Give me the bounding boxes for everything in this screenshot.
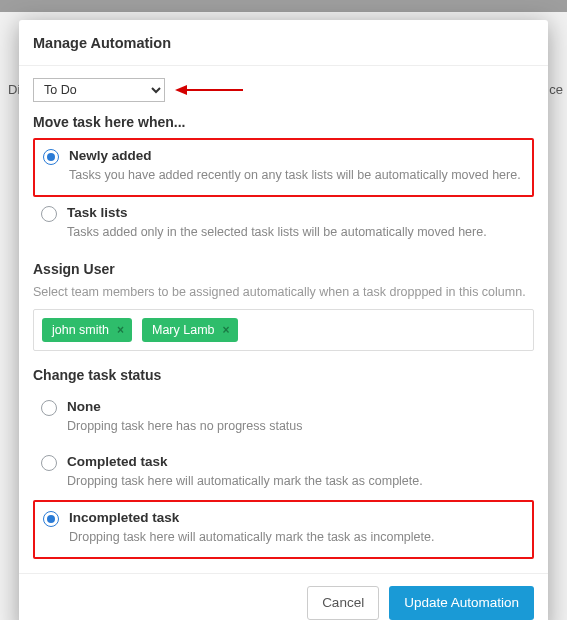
status-radio-0[interactable] <box>41 400 57 416</box>
assign-section-heading: Assign User <box>33 261 534 277</box>
status-radio-group: NoneDropping task here has no progress s… <box>33 391 534 559</box>
move-radio-0[interactable] <box>43 149 59 165</box>
move-desc-0: Tasks you have added recently on any tas… <box>69 167 524 185</box>
assign-tag-remove-1[interactable]: × <box>223 323 230 337</box>
status-label-2: Incompleted task <box>69 510 524 525</box>
move-option-1[interactable]: Task listsTasks added only in the select… <box>33 197 534 252</box>
move-label-0: Newly added <box>69 148 524 163</box>
modal-footer: Cancel Update Automation <box>19 573 548 621</box>
move-texts-0: Newly addedTasks you have added recently… <box>69 148 524 185</box>
manage-automation-modal: Manage Automation To Do Move task here w… <box>19 20 548 620</box>
status-radio-2[interactable] <box>43 511 59 527</box>
status-texts-1: Completed taskDropping task here will au… <box>67 454 526 491</box>
assign-tag-0: john smith× <box>42 318 132 342</box>
status-desc-1: Dropping task here will automatically ma… <box>67 473 526 491</box>
modal-body: To Do Move task here when... Newly added… <box>19 66 548 573</box>
update-automation-button[interactable]: Update Automation <box>389 586 534 620</box>
status-desc-2: Dropping task here will automatically ma… <box>69 529 524 547</box>
status-label-1: Completed task <box>67 454 526 469</box>
assign-user-input[interactable]: john smith×Mary Lamb× <box>33 309 534 351</box>
arrow-left-icon <box>175 83 245 97</box>
move-desc-1: Tasks added only in the selected task li… <box>67 224 526 242</box>
move-radio-group: Newly addedTasks you have added recently… <box>33 138 534 251</box>
status-label-0: None <box>67 399 526 414</box>
status-desc-0: Dropping task here has no progress statu… <box>67 418 526 436</box>
status-option-2[interactable]: Incompleted taskDropping task here will … <box>33 500 534 559</box>
svg-marker-1 <box>175 85 187 95</box>
move-texts-1: Task listsTasks added only in the select… <box>67 205 526 242</box>
assign-tag-label-1: Mary Lamb <box>152 323 215 337</box>
assign-tag-label-0: john smith <box>52 323 109 337</box>
cancel-button[interactable]: Cancel <box>307 586 379 620</box>
dropdown-row: To Do <box>33 78 534 102</box>
status-option-0[interactable]: NoneDropping task here has no progress s… <box>33 391 534 446</box>
assign-tag-remove-0[interactable]: × <box>117 323 124 337</box>
status-option-1[interactable]: Completed taskDropping task here will au… <box>33 446 534 501</box>
bg-text-right: ce <box>549 82 563 97</box>
assign-tag-1: Mary Lamb× <box>142 318 238 342</box>
move-section-heading: Move task here when... <box>33 114 534 130</box>
move-option-0[interactable]: Newly addedTasks you have added recently… <box>33 138 534 197</box>
column-select[interactable]: To Do <box>33 78 165 102</box>
status-section-heading: Change task status <box>33 367 534 383</box>
modal-title: Manage Automation <box>19 20 548 66</box>
move-label-1: Task lists <box>67 205 526 220</box>
move-radio-1[interactable] <box>41 206 57 222</box>
assign-section-desc: Select team members to be assigned autom… <box>33 285 534 299</box>
status-radio-1[interactable] <box>41 455 57 471</box>
status-texts-2: Incompleted taskDropping task here will … <box>69 510 524 547</box>
status-texts-0: NoneDropping task here has no progress s… <box>67 399 526 436</box>
